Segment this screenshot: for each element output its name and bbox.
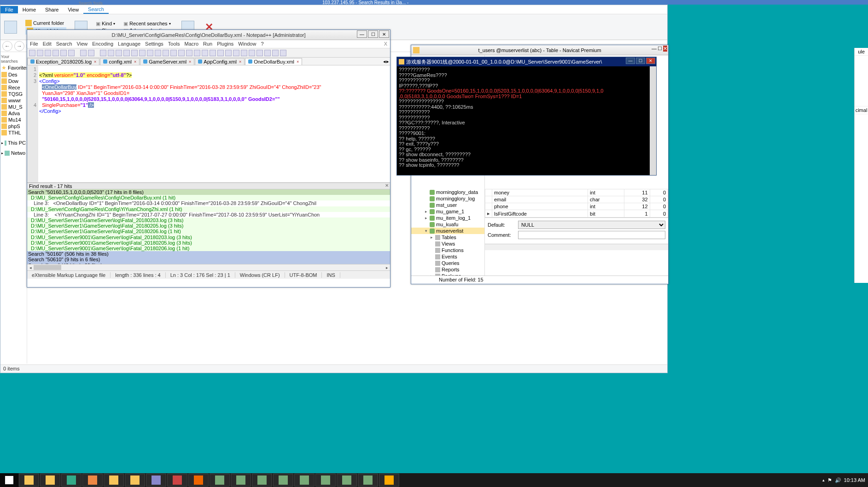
- menu-language[interactable]: Language: [118, 41, 140, 47]
- toolbar-btn[interactable]: [225, 50, 232, 56]
- home-tab[interactable]: Home: [18, 6, 41, 13]
- taskbar-button[interactable]: [61, 474, 82, 487]
- tree-node[interactable]: ▸Backups: [411, 273, 484, 276]
- scroll-left-arrow[interactable]: ◂: [27, 264, 34, 271]
- file-tab[interactable]: config.xml×: [100, 58, 140, 65]
- console-output[interactable]: ????????????????GameRes???????????????IP…: [397, 66, 656, 169]
- system-tray[interactable]: ▴ ⚑ 🔊 10:13 AM: [820, 477, 868, 483]
- current-folder-option[interactable]: Current folder: [33, 20, 64, 26]
- toolbar-btn[interactable]: [123, 50, 130, 56]
- tree-node[interactable]: mst_user: [411, 202, 484, 208]
- code-area[interactable]: <?xml version="1.0" encoding="utf-8"?> <…: [38, 65, 390, 182]
- grid-row[interactable]: emailchar320: [485, 196, 668, 203]
- toolbar-btn[interactable]: [80, 50, 87, 56]
- find-result-header[interactable]: Find result - 17 hits✕: [27, 183, 390, 189]
- back-button[interactable]: ←: [2, 41, 12, 51]
- toolbar-btn[interactable]: [163, 50, 169, 56]
- default-select[interactable]: NULL: [518, 221, 665, 229]
- start-button[interactable]: [0, 473, 18, 487]
- menu-encoding[interactable]: Encoding: [92, 41, 113, 47]
- tree-node[interactable]: mu_kuafu: [411, 221, 484, 228]
- forward-button[interactable]: →: [14, 41, 24, 51]
- menu-edit[interactable]: Edit: [43, 41, 52, 47]
- taskbar-button[interactable]: [104, 474, 124, 487]
- tab-scroll-left[interactable]: ◂: [383, 59, 386, 65]
- tray-icon[interactable]: 🔊: [835, 477, 841, 483]
- find-result-line[interactable]: Search "50160" (506 hits in 38 files): [27, 251, 390, 257]
- toolbar-btn[interactable]: [170, 50, 177, 56]
- toolbar-btn[interactable]: [249, 50, 255, 56]
- comment-input[interactable]: [518, 231, 665, 239]
- menu-plugins[interactable]: Plugins: [217, 41, 233, 47]
- menu-run[interactable]: Run: [203, 41, 212, 47]
- file-tab[interactable]: GameServer.xml×: [140, 58, 194, 65]
- toolbar-btn[interactable]: [68, 50, 75, 56]
- toolbar-btn[interactable]: [233, 50, 239, 56]
- npp-editor[interactable]: 1234 <?xml version="1.0" encoding="utf-8…: [27, 65, 390, 182]
- find-hscrollbar[interactable]: ◂▸: [27, 264, 390, 270]
- tab-close-icon[interactable]: ×: [297, 59, 299, 64]
- toolbar-btn[interactable]: [139, 50, 146, 56]
- tab-scroll-right[interactable]: ▸: [386, 59, 389, 65]
- tray-clock[interactable]: 10:13 AM: [844, 477, 865, 483]
- tree-node[interactable]: ▸mu_game_1: [411, 208, 484, 215]
- file-tab[interactable]: AppConfig.xml×: [195, 58, 245, 65]
- menu-settings[interactable]: Settings: [145, 41, 163, 47]
- toolbar-btn[interactable]: [280, 50, 286, 56]
- taskbar-button[interactable]: [358, 474, 378, 487]
- sidebar-item[interactable]: wwwr: [0, 97, 27, 104]
- close-button[interactable]: ✕: [379, 30, 389, 38]
- taskbar-button[interactable]: [252, 474, 272, 487]
- find-result-line[interactable]: Line 3: <YiYuanChongZhi ID="1" BeginTime…: [27, 212, 390, 217]
- taskbar-button[interactable]: [273, 474, 293, 487]
- sidebar-item[interactable]: Mu14: [0, 117, 27, 123]
- toolbar-btn[interactable]: [210, 50, 216, 56]
- console-vscrollbar[interactable]: [650, 66, 656, 175]
- toolbar-btn[interactable]: [60, 50, 67, 56]
- taskbar-button[interactable]: [337, 474, 357, 487]
- find-close-icon[interactable]: ✕: [385, 183, 389, 188]
- find-result-line[interactable]: D:\MU_Server\Server1\GameServer\log\Fata…: [27, 217, 390, 223]
- toolbar-btn[interactable]: [186, 50, 192, 56]
- sidebar-item[interactable]: Des: [0, 71, 27, 78]
- find-result-line[interactable]: D:\MU_Server\Config\GameRes\Config\OneDo…: [27, 195, 390, 200]
- file-tab[interactable]: Exception_20180205.log×: [27, 58, 99, 65]
- toolbar-btn[interactable]: [147, 50, 153, 56]
- find-result-body[interactable]: Search "50160,15,1,0,0,0,0|5203" (17 hit…: [27, 189, 390, 264]
- sidebar-item[interactable]: Adva: [0, 110, 27, 117]
- maximize-button[interactable]: ☐: [368, 30, 378, 38]
- tree-node[interactable]: ▸mu_item_log_1: [411, 215, 484, 221]
- toolbar-btn[interactable]: [256, 50, 263, 56]
- search-tab[interactable]: Search: [83, 6, 109, 14]
- tree-node[interactable]: morningglory_log: [411, 195, 484, 202]
- taskbar-button[interactable]: [167, 474, 187, 487]
- taskbar-button[interactable]: [40, 474, 60, 487]
- menu-file[interactable]: File: [30, 41, 38, 47]
- taskbar-button[interactable]: [231, 474, 251, 487]
- toolbar-btn[interactable]: [217, 50, 224, 56]
- taskbar-button[interactable]: [19, 474, 39, 487]
- find-result-line[interactable]: D:\MU_Server\Server1\GameServer\log\Fata…: [27, 223, 390, 229]
- tree-node[interactable]: Reports: [411, 266, 484, 273]
- scroll-right-arrow[interactable]: ▸: [384, 264, 390, 271]
- sidebar-item[interactable]: TTHL: [0, 129, 27, 136]
- menu-view[interactable]: View: [77, 41, 88, 47]
- maximize-button[interactable]: ☐: [658, 46, 662, 52]
- sidebar-item[interactable]: TQSG: [0, 91, 27, 97]
- favorites-node[interactable]: ★Favorites: [0, 64, 27, 71]
- toolbar-btn[interactable]: [194, 50, 200, 56]
- toolbar-btn[interactable]: [116, 50, 122, 56]
- doc-close-button[interactable]: X: [384, 41, 387, 47]
- grid-row[interactable]: phoneint120: [485, 203, 668, 210]
- tree-node[interactable]: Queries: [411, 260, 484, 266]
- tab-close-icon[interactable]: ×: [94, 59, 96, 64]
- tray-expand-icon[interactable]: ▴: [822, 478, 825, 482]
- file-tab-active[interactable]: OneDollarBuy.xml×: [245, 58, 302, 65]
- tree-node[interactable]: Events: [411, 253, 484, 260]
- menu-search[interactable]: Search: [56, 41, 72, 47]
- find-result-line[interactable]: Search "50610" (9 hits in 6 files): [27, 257, 390, 262]
- toolbar-btn[interactable]: [88, 50, 94, 56]
- menu-macro[interactable]: Macro: [184, 41, 198, 47]
- menu-tools[interactable]: Tools: [168, 41, 180, 47]
- minimize-button[interactable]: —: [357, 30, 367, 38]
